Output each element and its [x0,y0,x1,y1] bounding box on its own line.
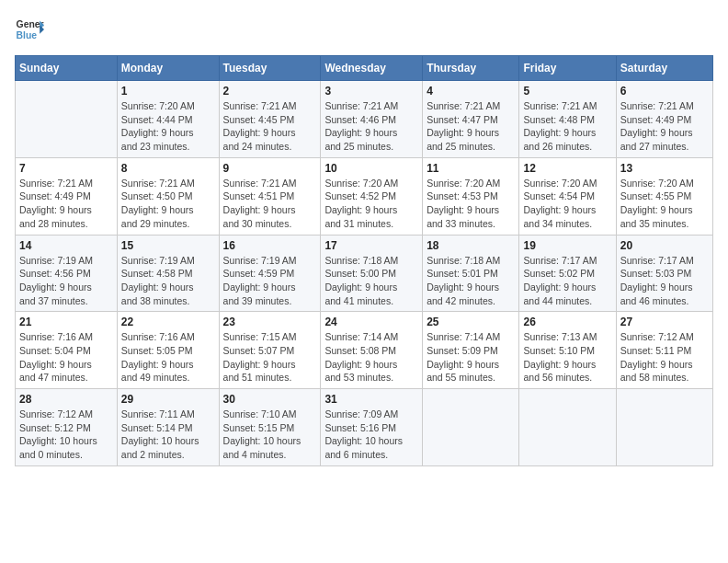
calendar-cell [16,81,118,158]
day-info: Sunrise: 7:19 AM Sunset: 4:56 PM Dayligh… [19,254,113,308]
column-header-saturday: Saturday [616,56,712,81]
day-number: 24 [324,316,418,328]
calendar-cell: 20Sunrise: 7:17 AM Sunset: 5:03 PM Dayli… [616,235,712,312]
calendar-cell [519,389,616,466]
calendar-cell: 6Sunrise: 7:21 AM Sunset: 4:49 PM Daylig… [616,81,712,158]
calendar-cell: 15Sunrise: 7:19 AM Sunset: 4:58 PM Dayli… [117,235,219,312]
day-number: 10 [324,162,418,175]
column-header-sunday: Sunday [16,56,118,81]
calendar-cell: 9Sunrise: 7:21 AM Sunset: 4:51 PM Daylig… [219,157,321,235]
day-number: 23 [223,316,317,328]
calendar-cell: 4Sunrise: 7:21 AM Sunset: 4:47 PM Daylig… [423,81,519,158]
day-info: Sunrise: 7:16 AM Sunset: 5:05 PM Dayligh… [121,330,215,385]
day-number: 22 [121,316,215,328]
day-number: 20 [620,239,709,252]
day-number: 11 [427,162,515,175]
calendar-cell: 23Sunrise: 7:15 AM Sunset: 5:07 PM Dayli… [219,312,321,389]
day-number: 3 [324,85,418,98]
calendar-cell: 11Sunrise: 7:20 AM Sunset: 4:53 PM Dayli… [423,157,519,235]
logo-icon: General Blue [15,15,44,44]
calendar-cell: 5Sunrise: 7:21 AM Sunset: 4:48 PM Daylig… [519,81,616,158]
day-number: 16 [223,239,317,252]
calendar-cell: 2Sunrise: 7:21 AM Sunset: 4:45 PM Daylig… [219,81,321,158]
calendar-table: SundayMondayTuesdayWednesdayThursdayFrid… [15,55,713,466]
day-number: 19 [523,239,611,252]
day-number: 29 [121,393,215,406]
column-header-monday: Monday [117,56,219,81]
day-info: Sunrise: 7:20 AM Sunset: 4:55 PM Dayligh… [620,177,709,231]
day-info: Sunrise: 7:17 AM Sunset: 5:03 PM Dayligh… [620,254,709,308]
day-info: Sunrise: 7:14 AM Sunset: 5:09 PM Dayligh… [427,330,515,385]
day-info: Sunrise: 7:18 AM Sunset: 5:00 PM Dayligh… [324,254,418,308]
day-number: 12 [523,162,611,175]
day-info: Sunrise: 7:21 AM Sunset: 4:49 PM Dayligh… [620,99,709,154]
calendar-cell: 17Sunrise: 7:18 AM Sunset: 5:00 PM Dayli… [321,235,423,312]
calendar-cell: 18Sunrise: 7:18 AM Sunset: 5:01 PM Dayli… [423,235,519,312]
day-info: Sunrise: 7:20 AM Sunset: 4:53 PM Dayligh… [427,177,515,231]
day-info: Sunrise: 7:21 AM Sunset: 4:45 PM Dayligh… [223,99,317,154]
day-number: 4 [427,85,515,98]
calendar-cell: 10Sunrise: 7:20 AM Sunset: 4:52 PM Dayli… [321,157,423,235]
day-info: Sunrise: 7:11 AM Sunset: 5:14 PM Dayligh… [121,408,215,462]
calendar-cell: 24Sunrise: 7:14 AM Sunset: 5:08 PM Dayli… [321,312,423,389]
logo: General Blue [15,15,44,44]
calendar-cell [423,389,519,466]
day-info: Sunrise: 7:10 AM Sunset: 5:15 PM Dayligh… [223,408,317,462]
day-number: 21 [19,316,113,328]
day-number: 28 [19,393,113,406]
day-number: 31 [324,393,418,406]
calendar-cell: 25Sunrise: 7:14 AM Sunset: 5:09 PM Dayli… [423,312,519,389]
calendar-cell: 3Sunrise: 7:21 AM Sunset: 4:46 PM Daylig… [321,81,423,158]
day-info: Sunrise: 7:21 AM Sunset: 4:51 PM Dayligh… [223,177,317,231]
page-header: General Blue [15,15,713,44]
day-number: 8 [121,162,215,175]
column-header-friday: Friday [519,56,616,81]
day-info: Sunrise: 7:16 AM Sunset: 5:04 PM Dayligh… [19,330,113,385]
day-number: 17 [324,239,418,252]
day-number: 5 [523,85,611,98]
calendar-cell: 29Sunrise: 7:11 AM Sunset: 5:14 PM Dayli… [117,389,219,466]
column-header-thursday: Thursday [423,56,519,81]
day-info: Sunrise: 7:18 AM Sunset: 5:01 PM Dayligh… [427,254,515,308]
day-number: 6 [620,85,709,98]
calendar-cell: 13Sunrise: 7:20 AM Sunset: 4:55 PM Dayli… [616,157,712,235]
day-number: 7 [19,162,113,175]
calendar-cell: 12Sunrise: 7:20 AM Sunset: 4:54 PM Dayli… [519,157,616,235]
calendar-cell: 31Sunrise: 7:09 AM Sunset: 5:16 PM Dayli… [321,389,423,466]
day-info: Sunrise: 7:13 AM Sunset: 5:10 PM Dayligh… [523,330,611,385]
day-info: Sunrise: 7:21 AM Sunset: 4:47 PM Dayligh… [427,99,515,154]
svg-text:Blue: Blue [17,30,38,40]
day-info: Sunrise: 7:20 AM Sunset: 4:44 PM Dayligh… [121,99,215,154]
calendar-cell: 1Sunrise: 7:20 AM Sunset: 4:44 PM Daylig… [117,81,219,158]
calendar-cell: 7Sunrise: 7:21 AM Sunset: 4:49 PM Daylig… [16,157,118,235]
calendar-cell: 21Sunrise: 7:16 AM Sunset: 5:04 PM Dayli… [16,312,118,389]
day-info: Sunrise: 7:20 AM Sunset: 4:52 PM Dayligh… [324,177,418,231]
day-info: Sunrise: 7:19 AM Sunset: 4:58 PM Dayligh… [121,254,215,308]
day-info: Sunrise: 7:21 AM Sunset: 4:48 PM Dayligh… [523,99,611,154]
day-info: Sunrise: 7:20 AM Sunset: 4:54 PM Dayligh… [523,177,611,231]
calendar-cell: 27Sunrise: 7:12 AM Sunset: 5:11 PM Dayli… [616,312,712,389]
calendar-cell: 16Sunrise: 7:19 AM Sunset: 4:59 PM Dayli… [219,235,321,312]
calendar-cell: 19Sunrise: 7:17 AM Sunset: 5:02 PM Dayli… [519,235,616,312]
calendar-cell: 30Sunrise: 7:10 AM Sunset: 5:15 PM Dayli… [219,389,321,466]
day-info: Sunrise: 7:09 AM Sunset: 5:16 PM Dayligh… [324,408,418,462]
calendar-cell: 26Sunrise: 7:13 AM Sunset: 5:10 PM Dayli… [519,312,616,389]
calendar-cell: 28Sunrise: 7:12 AM Sunset: 5:12 PM Dayli… [16,389,118,466]
day-number: 25 [427,316,515,328]
day-info: Sunrise: 7:14 AM Sunset: 5:08 PM Dayligh… [324,330,418,385]
day-info: Sunrise: 7:21 AM Sunset: 4:46 PM Dayligh… [324,99,418,154]
day-number: 15 [121,239,215,252]
day-number: 1 [121,85,215,98]
column-header-tuesday: Tuesday [219,56,321,81]
day-number: 30 [223,393,317,406]
calendar-cell [616,389,712,466]
day-info: Sunrise: 7:15 AM Sunset: 5:07 PM Dayligh… [223,330,317,385]
day-number: 26 [523,316,611,328]
day-info: Sunrise: 7:19 AM Sunset: 4:59 PM Dayligh… [223,254,317,308]
day-number: 27 [620,316,709,328]
calendar-cell: 22Sunrise: 7:16 AM Sunset: 5:05 PM Dayli… [117,312,219,389]
day-info: Sunrise: 7:12 AM Sunset: 5:12 PM Dayligh… [19,408,113,462]
day-number: 14 [19,239,113,252]
day-info: Sunrise: 7:21 AM Sunset: 4:49 PM Dayligh… [19,177,113,231]
calendar-cell: 8Sunrise: 7:21 AM Sunset: 4:50 PM Daylig… [117,157,219,235]
